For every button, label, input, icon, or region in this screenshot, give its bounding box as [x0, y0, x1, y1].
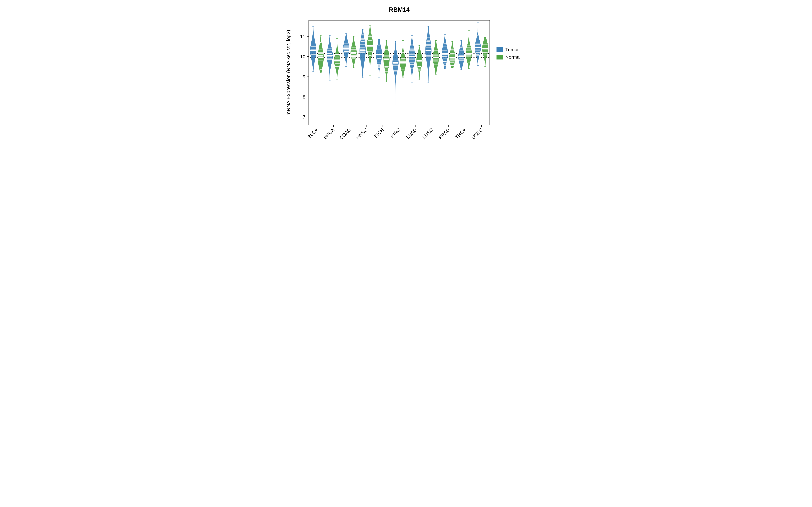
violin [400, 40, 406, 78]
violin [318, 35, 324, 73]
x-tick-label: KICH [373, 127, 385, 139]
y-tick-label: 8 [303, 94, 305, 100]
x-tick-label: LUAD [405, 127, 418, 140]
x-tick-label: COAD [339, 127, 352, 140]
x-tick-label: PRAD [438, 127, 451, 140]
x-tick-label: BRCA [322, 127, 336, 140]
violin [482, 37, 488, 67]
violin [343, 34, 349, 67]
legend-label-tumor: Tumor [505, 47, 519, 52]
violin [310, 26, 316, 72]
x-tick-label: BLCA [307, 127, 319, 139]
legend-swatch-tumor [497, 47, 503, 52]
x-tick-label: UCEC [470, 127, 484, 140]
y-axis-label: mRNA Expression (RNASeq V2, log2) [286, 30, 291, 116]
y-tick-label: 10 [300, 54, 305, 59]
violin [416, 46, 422, 80]
violin [367, 25, 373, 76]
legend-label-normal: Normal [505, 54, 520, 60]
violin [409, 35, 415, 82]
chart-stage: RBM147891011mRNA Expression (RNASeq V2, … [279, 0, 533, 159]
chart-title: RBM14 [389, 6, 410, 13]
y-tick-label: 7 [303, 114, 305, 120]
y-tick-label: 11 [300, 34, 305, 39]
legend-swatch-normal [497, 55, 503, 59]
violin [359, 30, 366, 78]
violin [384, 40, 390, 81]
x-tick-label: THCA [454, 127, 467, 140]
plot-border [309, 20, 490, 125]
x-tick-label: HNSC [355, 127, 368, 140]
violin [449, 41, 455, 68]
violin [442, 34, 448, 69]
x-tick-label: KIRC [390, 127, 401, 139]
violin [466, 31, 472, 69]
chart-svg: RBM147891011mRNA Expression (RNASeq V2, … [279, 0, 533, 159]
y-tick-label: 9 [303, 74, 305, 79]
violin [425, 26, 432, 83]
x-tick-label: LUSC [421, 127, 434, 140]
violin [327, 35, 333, 80]
